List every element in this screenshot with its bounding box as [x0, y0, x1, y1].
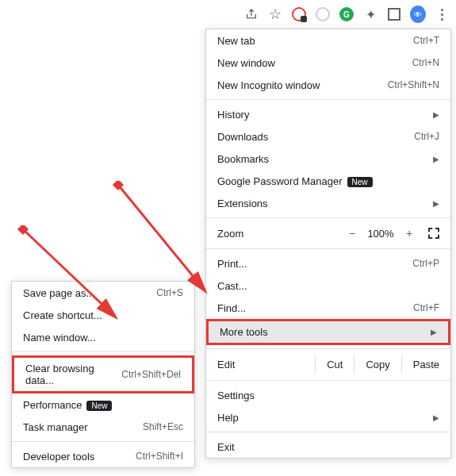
- fullscreen-icon[interactable]: [428, 228, 439, 239]
- menu-new-window[interactable]: New window Ctrl+N: [206, 52, 450, 74]
- menu-label: Print...: [217, 258, 412, 270]
- menu-new-incognito[interactable]: New Incognito window Ctrl+Shift+N: [206, 74, 450, 96]
- menu-password-manager[interactable]: Google Password ManagerNew: [206, 170, 450, 192]
- submenu-arrow-icon: ▶: [433, 110, 439, 119]
- menu-settings[interactable]: Settings: [206, 384, 450, 406]
- menu-more-tools[interactable]: More tools ▶: [206, 319, 450, 345]
- separator: [206, 248, 450, 249]
- menu-shortcut: Ctrl+N: [412, 57, 439, 68]
- menu-label: Create shortcut...: [23, 309, 183, 321]
- separator: [206, 99, 450, 100]
- menu-shortcut: Shift+Esc: [143, 421, 183, 432]
- menu-print[interactable]: Print... Ctrl+P: [206, 252, 450, 274]
- red-circle-extension-icon[interactable]: [291, 6, 307, 22]
- submenu-performance[interactable]: PerformanceNew: [12, 393, 194, 416]
- submenu-create-shortcut[interactable]: Create shortcut...: [12, 304, 194, 326]
- more-tools-submenu: Save page as... Ctrl+S Create shortcut..…: [11, 281, 195, 468]
- separator: [206, 217, 450, 218]
- reading-list-icon[interactable]: [386, 6, 402, 22]
- menu-label: Google Password ManagerNew: [217, 175, 439, 187]
- menu-label: Developer tools: [23, 451, 136, 463]
- menu-label: Cast...: [217, 280, 439, 292]
- menu-shortcut: Ctrl+T: [413, 35, 439, 46]
- menu-shortcut: Ctrl+F: [413, 302, 439, 313]
- cut-button[interactable]: Cut: [315, 355, 354, 374]
- menu-cast[interactable]: Cast...: [206, 274, 450, 297]
- share-icon[interactable]: [243, 6, 259, 22]
- menu-history[interactable]: History ▶: [206, 103, 450, 125]
- menu-shortcut: Ctrl+Shift+N: [388, 79, 439, 90]
- svg-rect-1: [113, 181, 124, 190]
- menu-label: Find...: [217, 302, 413, 314]
- main-menu: New tab Ctrl+T New window Ctrl+N New Inc…: [205, 29, 451, 459]
- menu-edit: Edit Cut Copy Paste: [206, 352, 450, 377]
- menu-label: Settings: [217, 390, 439, 401]
- menu-label: New window: [217, 57, 412, 69]
- menu-label: Extensions: [217, 198, 427, 209]
- grammarly-icon[interactable]: G: [339, 6, 354, 22]
- gray-circle-extension-icon[interactable]: [315, 6, 331, 22]
- menu-label: New tab: [217, 35, 413, 47]
- profile-avatar-icon[interactable]: 👁: [410, 6, 426, 22]
- menu-shortcut: Ctrl+S: [156, 287, 183, 298]
- submenu-clear-browsing-data[interactable]: Clear browsing data... Ctrl+Shift+Del: [12, 355, 194, 393]
- menu-label: Downloads: [217, 131, 414, 143]
- menu-extensions[interactable]: Extensions ▶: [206, 192, 450, 214]
- menu-label: Clear browsing data...: [25, 363, 121, 386]
- svg-rect-4: [17, 225, 29, 235]
- menu-exit[interactable]: Exit: [206, 436, 450, 458]
- submenu-name-window[interactable]: Name window...: [12, 326, 194, 348]
- copy-button[interactable]: Copy: [354, 355, 400, 374]
- menu-label: PerformanceNew: [23, 399, 183, 411]
- browser-toolbar: ☆ G ✦ 👁: [243, 6, 450, 22]
- submenu-arrow-icon: ▶: [433, 413, 439, 422]
- extensions-icon[interactable]: ✦: [362, 6, 378, 22]
- menu-shortcut: Ctrl+Shift+I: [136, 451, 183, 462]
- zoom-in-button[interactable]: +: [398, 227, 420, 240]
- menu-label: Exit: [217, 441, 439, 453]
- menu-bookmarks[interactable]: Bookmarks ▶: [206, 148, 450, 170]
- separator: [206, 348, 450, 349]
- menu-label: Save page as...: [23, 287, 156, 299]
- menu-new-tab[interactable]: New tab Ctrl+T: [206, 29, 450, 52]
- svg-line-2: [118, 185, 205, 290]
- menu-label: New Incognito window: [217, 79, 388, 91]
- menu-zoom: Zoom − 100% +: [206, 221, 450, 245]
- separator: [206, 432, 450, 432]
- menu-label: Bookmarks: [217, 153, 427, 165]
- submenu-task-manager[interactable]: Task manager Shift+Esc: [12, 416, 194, 438]
- menu-label: History: [217, 109, 427, 121]
- menu-label: Task manager: [23, 421, 143, 433]
- edit-label: Edit: [217, 359, 315, 370]
- menu-shortcut: Ctrl+P: [412, 258, 439, 269]
- menu-label: Help: [217, 412, 427, 424]
- new-badge: New: [347, 177, 373, 187]
- zoom-label: Zoom: [217, 228, 341, 240]
- separator: [12, 351, 194, 352]
- menu-help[interactable]: Help ▶: [206, 406, 450, 428]
- menu-shortcut: Ctrl+J: [414, 131, 439, 142]
- submenu-arrow-icon: ▶: [431, 328, 437, 336]
- menu-shortcut: Ctrl+Shift+Del: [121, 369, 181, 380]
- submenu-arrow-icon: ▶: [433, 199, 439, 208]
- zoom-out-button[interactable]: −: [341, 227, 363, 240]
- star-icon[interactable]: ☆: [267, 6, 283, 22]
- kebab-menu-icon[interactable]: [434, 6, 450, 22]
- menu-label: Name window...: [23, 332, 183, 344]
- submenu-save-page[interactable]: Save page as... Ctrl+S: [12, 282, 194, 304]
- separator: [12, 441, 194, 442]
- new-badge: New: [86, 401, 112, 411]
- submenu-arrow-icon: ▶: [433, 155, 439, 163]
- paste-button[interactable]: Paste: [401, 355, 450, 374]
- menu-find[interactable]: Find... Ctrl+F: [206, 297, 450, 319]
- submenu-developer-tools[interactable]: Developer tools Ctrl+Shift+I: [12, 445, 194, 467]
- zoom-value: 100%: [363, 228, 398, 240]
- separator: [206, 380, 450, 381]
- menu-label: More tools: [220, 326, 424, 338]
- menu-downloads[interactable]: Downloads Ctrl+J: [206, 125, 450, 148]
